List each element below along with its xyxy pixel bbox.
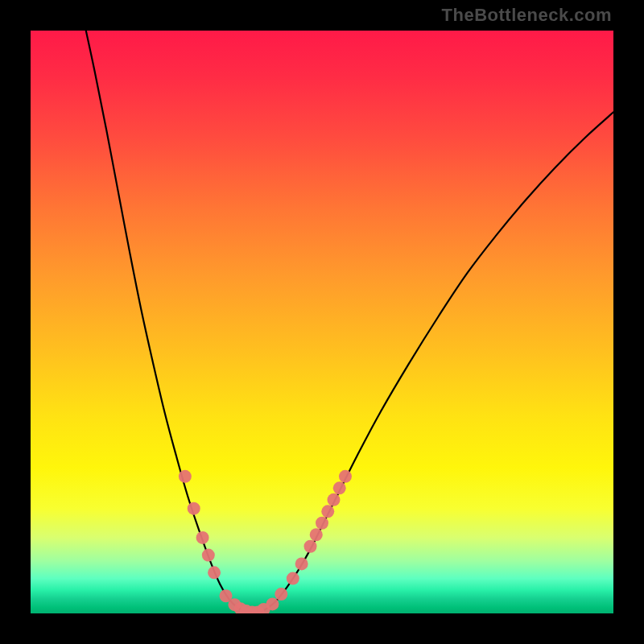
curve-marker: [287, 572, 299, 585]
curve-marker: [321, 505, 334, 518]
curve-marker: [316, 517, 328, 530]
curve-marker: [327, 493, 340, 506]
chart-frame: TheBottleneck.com: [0, 0, 644, 644]
curve-marker: [188, 502, 200, 515]
curve-marker: [266, 597, 279, 610]
curve-marker: [304, 540, 317, 553]
curve-marker: [295, 557, 308, 570]
curve-marker: [202, 549, 215, 562]
attribution-label: TheBottleneck.com: [442, 5, 612, 26]
curve-marker: [310, 528, 323, 541]
curve-markers: [179, 470, 352, 613]
curve-marker: [196, 531, 209, 544]
curve-layer: [31, 31, 613, 613]
bottleneck-curve: [86, 31, 613, 613]
curve-marker: [208, 566, 221, 579]
curve-marker: [339, 470, 352, 483]
curve-marker: [333, 481, 346, 494]
plot-area: [31, 31, 613, 613]
curve-marker: [179, 470, 192, 483]
curve-marker: [275, 588, 287, 601]
